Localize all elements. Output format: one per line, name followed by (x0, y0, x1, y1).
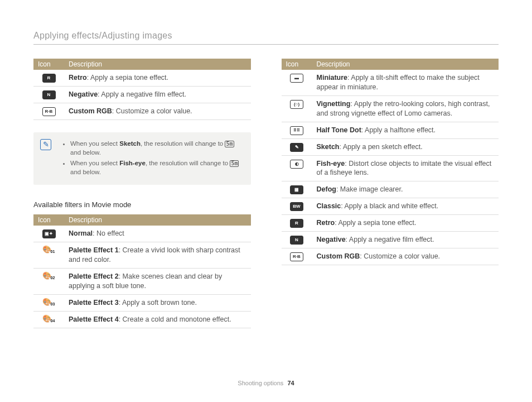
table-row: RRetro: Apply a sepia tone effect. (282, 215, 499, 232)
page-number: 74 (287, 380, 294, 386)
row-desc: : Customize a color value. (112, 107, 192, 115)
palette-1-icon: 🎨01 (42, 246, 56, 253)
row-name: Palette Effect 3 (69, 299, 119, 307)
row-name: Retro (69, 74, 87, 82)
defog-icon: ▦ (290, 185, 303, 194)
row-name: Classic (317, 202, 341, 210)
note-line: When you select Sketch, the resolution w… (70, 139, 243, 157)
palette-2-icon: 🎨02 (42, 272, 56, 279)
table-row: ✎Sketch: Apply a pen sketch effect. (282, 138, 499, 155)
effects-table-left: Icon Description R Retro: Apply a sepia … (33, 59, 251, 120)
row-desc: : Apply a black and white effect. (341, 202, 438, 210)
table-row: R Retro: Apply a sepia tone effect. (33, 70, 251, 87)
custom-rgb-icon: R·B (42, 107, 56, 116)
row-desc: : Apply a sepia tone effect. (335, 219, 416, 227)
th-icon: Icon (33, 214, 64, 226)
effects-table-right: Icon Description ▬Miniature: Apply a til… (282, 59, 499, 265)
note-text: and below. (70, 149, 101, 156)
table-row: 🎨01 Palette Effect 1: Create a vivid loo… (33, 242, 251, 269)
row-desc: : Apply a halftone effect. (361, 126, 436, 134)
custom-rgb-icon: R·B (290, 252, 303, 261)
row-name: Palette Effect 2 (69, 272, 119, 280)
vignetting-icon: (○) (290, 100, 303, 109)
row-name: Custom RGB (69, 107, 112, 115)
row-name: Palette Effect 4 (69, 315, 119, 323)
note-text: , the resolution will change to (141, 140, 225, 147)
th-desc: Description (64, 59, 251, 70)
table-row: ⠿⠿Half Tone Dot: Apply a halftone effect… (282, 122, 499, 138)
th-desc: Description (64, 214, 251, 226)
row-name: Sketch (317, 143, 340, 151)
note-line: When you select Fish-eye, the resolution… (70, 159, 243, 176)
row-desc: : Apply a negative film effect. (98, 90, 186, 98)
table-row: 🎨02 Palette Effect 2: Make scenes clean … (33, 269, 251, 295)
content-columns: Icon Description R Retro: Apply a sepia … (33, 59, 499, 328)
right-column: Icon Description ▬Miniature: Apply a til… (282, 59, 499, 328)
note-bold: Sketch (119, 140, 141, 147)
palette-3-icon: 🎨03 (42, 298, 56, 305)
th-icon: Icon (33, 59, 64, 70)
row-desc: : Make image clearer. (336, 185, 403, 193)
th-desc: Description (312, 59, 499, 70)
th-icon: Icon (282, 59, 312, 70)
note-text: When you select (70, 140, 119, 147)
negative-icon: N (42, 90, 56, 99)
row-desc: : Create a cold and monotone effect. (119, 315, 231, 323)
table-row: 🎨04 Palette Effect 4: Create a cold and … (33, 311, 251, 328)
table-row: (○)Vignetting: Apply the retro-looking c… (282, 95, 499, 122)
left-column: Icon Description R Retro: Apply a sepia … (33, 59, 251, 328)
row-desc: : Apply a pen sketch effect. (340, 143, 423, 151)
note-text: and below. (70, 169, 101, 175)
table-row: 🎨03 Palette Effect 3: Apply a soft brown… (33, 294, 251, 311)
page-footer: Shooting options 74 (0, 380, 532, 386)
row-name: Miniature (317, 74, 348, 82)
table-row: ▬Miniature: Apply a tilt-shift effect to… (282, 70, 499, 95)
footer-section: Shooting options (238, 380, 283, 386)
row-desc: : Apply a sepia tone effect. (87, 74, 168, 82)
row-name: Normal (69, 229, 93, 237)
row-desc: : Customize a color value. (360, 252, 440, 260)
row-name: Palette Effect 1 (69, 246, 119, 254)
row-name: Defog (317, 185, 336, 193)
note-text: , the resolution will change to (146, 160, 230, 166)
sketch-icon: ✎ (290, 143, 303, 152)
retro-icon: R (42, 74, 56, 83)
page-title: Applying effects/Adjusting images (33, 31, 499, 45)
row-name: Custom RGB (317, 252, 360, 260)
row-name: Negative (317, 236, 346, 243)
note-box: ✎ When you select Sketch, the resolution… (33, 132, 251, 185)
table-row: ▦Defog: Make image clearer. (282, 181, 499, 198)
row-desc: : Apply a soft brown tone. (119, 299, 197, 307)
halftone-icon: ⠿⠿ (290, 126, 303, 135)
negative-icon: N (290, 236, 303, 245)
row-name: Fish-eye (317, 160, 345, 168)
fisheye-icon: ◐ (290, 160, 303, 169)
row-name: Negative (69, 90, 98, 98)
miniature-icon: ▬ (290, 74, 303, 83)
classic-icon: BW (290, 202, 303, 211)
retro-icon: R (290, 219, 303, 228)
row-desc: : No effect (93, 229, 124, 237)
note-icon: ✎ (40, 139, 51, 150)
resolution-badge-icon: 5m (225, 141, 234, 147)
table-row: R·BCustom RGB: Customize a color value. (282, 248, 499, 265)
row-name: Half Tone Dot (317, 126, 361, 134)
table-row: BWClassic: Apply a black and white effec… (282, 198, 499, 215)
table-row: NNegative: Apply a negative film effect. (282, 232, 499, 248)
table-row: N Negative: Apply a negative film effect… (33, 87, 251, 103)
note-bold: Fish-eye (119, 160, 146, 166)
table-row: ◐Fish-eye: Distort close objects to imit… (282, 155, 499, 181)
movie-mode-heading: Available filters in Movie mode (33, 200, 251, 209)
normal-icon: ▣✦ (42, 229, 56, 238)
row-name: Retro (317, 219, 335, 227)
note-text: When you select (70, 160, 119, 166)
row-name: Vignetting (317, 100, 351, 108)
movie-filters-table: Icon Description ▣✦ Normal: No effect 🎨0… (33, 214, 251, 328)
resolution-badge-icon: 5m (230, 160, 239, 167)
palette-4-icon: 🎨04 (42, 315, 56, 322)
table-row: ▣✦ Normal: No effect (33, 226, 251, 242)
table-row: R·B Custom RGB: Customize a color value. (33, 103, 251, 120)
row-desc: : Apply a negative film effect. (346, 236, 434, 243)
